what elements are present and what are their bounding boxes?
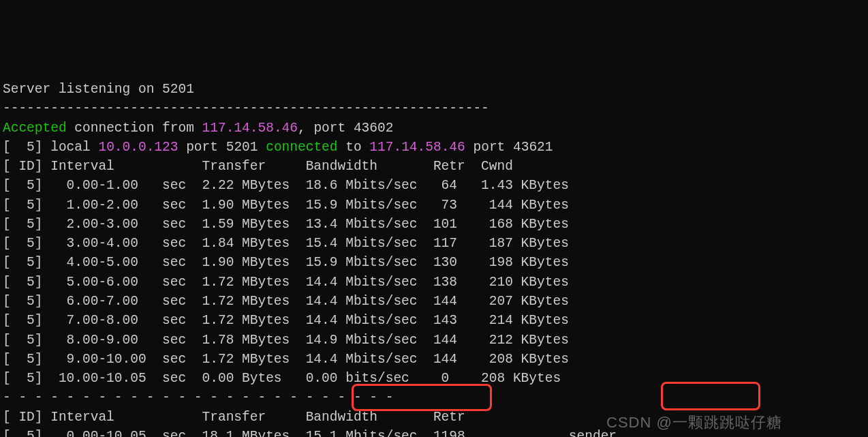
divider-dashed: - - - - - - - - - - - - - - - - - - - - … [3, 390, 393, 405]
watermark-text: CSDN @一颗跳跳哒仔糖 [606, 412, 782, 434]
table-row: [ 5] 5.00-6.00 sec 1.72 MBytes 14.4 Mbit… [3, 275, 569, 290]
table-row: [ 5] 4.00-5.00 sec 1.90 MBytes 15.9 Mbit… [3, 255, 569, 270]
server-listening-line: Server listening on 5201 [3, 82, 194, 97]
local-mid1: port 5201 [178, 140, 266, 155]
table-row: [ 5] 6.00-7.00 sec 1.72 MBytes 14.4 Mbit… [3, 294, 569, 309]
divider-line: ----------------------------------------… [3, 101, 489, 116]
summary-row-sender: [ 5] 0.00-10.05 sec 18.1 MBytes 15.1 Mbi… [3, 429, 617, 437]
local-prefix: [ 5] local [3, 140, 98, 155]
connected-word: connected [266, 140, 337, 155]
table-row: [ 5] 1.00-2.00 sec 1.90 MBytes 15.9 Mbit… [3, 198, 569, 213]
remote-ip: 117.14.58.46 [369, 140, 465, 155]
table-row: [ 5] 2.00-3.00 sec 1.59 MBytes 13.4 Mbit… [3, 217, 569, 232]
accepted-word: Accepted [3, 121, 67, 136]
table-header: [ ID] Interval Transfer Bandwidth Retr C… [3, 159, 513, 174]
table-row: [ 5] 0.00-1.00 sec 2.22 MBytes 18.6 Mbit… [3, 178, 569, 193]
accepted-port: , port 43602 [298, 121, 393, 136]
client-ip: 117.14.58.46 [202, 121, 298, 136]
table-row: [ 5] 3.00-4.00 sec 1.84 MBytes 15.4 Mbit… [3, 236, 569, 251]
table-row: [ 5] 9.00-10.00 sec 1.72 MBytes 14.4 Mbi… [3, 352, 569, 367]
local-ip: 10.0.0.123 [98, 140, 178, 155]
table-row: [ 5] 8.00-9.00 sec 1.78 MBytes 14.9 Mbit… [3, 333, 569, 348]
accepted-text: connection from [67, 121, 202, 136]
table-row: [ 5] 7.00-8.00 sec 1.72 MBytes 14.4 Mbit… [3, 313, 569, 328]
local-mid2: to [338, 140, 370, 155]
table-row: [ 5] 10.00-10.05 sec 0.00 Bytes 0.00 bit… [3, 371, 561, 386]
summary-header: [ ID] Interval Transfer Bandwidth Retr [3, 410, 465, 425]
local-port2: port 43621 [465, 140, 553, 155]
terminal-output: Server listening on 5201 ---------------… [3, 80, 865, 437]
